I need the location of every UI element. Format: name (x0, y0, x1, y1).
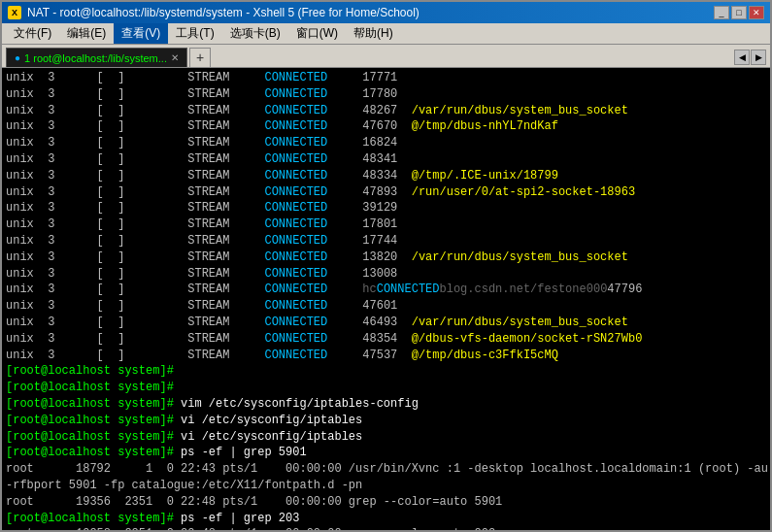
terminal-line: unix 3 [ ] STREAM CONNECTED 46493 /var/r… (6, 315, 766, 331)
terminal-line: unix 3 [ ] STREAM CONNECTED 48334 @/tmp/… (6, 168, 766, 184)
terminal-line: unix 3 [ ] STREAM CONNECTED 16824 (6, 135, 766, 151)
terminal-line: [root@localhost system]# ps -ef | grep 2… (6, 511, 766, 527)
title-bar: X NAT - root@localhost:/lib/systemd/syst… (2, 2, 770, 23)
terminal-line: [root@localhost system]# (6, 380, 766, 396)
active-tab[interactable]: ● 1 root@localhost:/lib/system... ✕ (6, 48, 187, 67)
main-window: X NAT - root@localhost:/lib/systemd/syst… (0, 0, 772, 532)
menu-tools[interactable]: 工具(T) (168, 23, 221, 44)
terminal-line: unix 3 [ ] STREAM CONNECTED 47537 @/tmp/… (6, 348, 766, 364)
terminal-line: [root@localhost system]# (6, 363, 766, 380)
title-bar-left: X NAT - root@localhost:/lib/systemd/syst… (8, 6, 420, 19)
terminal-line: unix 3 [ ] STREAM CONNECTED 13008 (6, 266, 766, 283)
terminal[interactable]: unix 3 [ ] STREAM CONNECTED 17771 unix 3… (2, 68, 770, 530)
terminal-line: [root@localhost system]# vi /etc/sysconf… (6, 413, 766, 429)
minimize-button[interactable]: _ (714, 6, 729, 19)
terminal-line: unix 3 [ ] STREAM CONNECTED 17780 (6, 86, 766, 103)
window-title: NAT - root@localhost:/lib/systemd/system… (27, 6, 420, 19)
maximize-button[interactable]: □ (731, 6, 747, 19)
tab-prev-button[interactable]: ◀ (734, 50, 750, 65)
new-tab-button[interactable]: + (189, 48, 211, 67)
terminal-line: unix 3 [ ] STREAM CONNECTED 48267 /var/r… (6, 103, 766, 119)
menu-view[interactable]: 查看(V) (114, 23, 168, 44)
menu-file[interactable]: 文件(F) (6, 23, 59, 44)
terminal-line: unix 3 [ ] STREAM CONNECTED 17771 (6, 70, 766, 86)
close-button[interactable]: ✕ (749, 6, 764, 19)
terminal-line: unix 3 [ ] STREAM CONNECTED 13820 /var/r… (6, 249, 766, 266)
tab-status-dot: ● (15, 52, 20, 63)
app-icon: X (8, 6, 21, 19)
terminal-line: unix 3 [ ] STREAM CONNECTED 48354 @/dbus… (6, 331, 766, 348)
tab-label: 1 root@localhost:/lib/system... (24, 52, 167, 64)
menu-bar: 文件(F) 编辑(E) 查看(V) 工具(T) 选项卡(B) 窗口(W) 帮助(… (2, 23, 770, 45)
terminal-line: root 18792 1 0 22:43 pts/1 00:00:00 /usr… (6, 461, 766, 478)
menu-help[interactable]: 帮助(H) (346, 23, 401, 44)
terminal-line: root 19358 2351 0 22:48 pts/1 00:00:00 g… (6, 526, 766, 530)
tab-close-icon[interactable]: ✕ (171, 52, 179, 63)
terminal-line: unix 3 [ ] STREAM CONNECTED 47670 @/tmp/… (6, 118, 766, 135)
terminal-line: root 19356 2351 0 22:48 pts/1 00:00:00 g… (6, 494, 766, 511)
terminal-line: unix 3 [ ] STREAM CONNECTED 17801 (6, 216, 766, 233)
terminal-line: [root@localhost system]# ps -ef | grep 5… (6, 445, 766, 461)
terminal-line: [root@localhost system]# vim /etc/syscon… (6, 396, 766, 413)
terminal-line: unix 3 [ ] STREAM CONNECTED 39129 (6, 200, 766, 216)
window-controls: _ □ ✕ (714, 6, 764, 19)
terminal-line: unix 3 [ ] STREAM CONNECTED 17744 (6, 233, 766, 249)
tab-bar-left: ● 1 root@localhost:/lib/system... ✕ + (2, 48, 730, 67)
terminal-line: unix 3 [ ] STREAM CONNECTED 47601 (6, 298, 766, 315)
terminal-line: unix 3 [ ] STREAM CONNECTED 48341 (6, 151, 766, 168)
terminal-line: unix 3 [ ] STREAM CONNECTED 47893 /run/u… (6, 184, 766, 201)
menu-window[interactable]: 窗口(W) (288, 23, 346, 44)
terminal-line: -rfbport 5901 -fp catalogue:/etc/X11/fon… (6, 478, 766, 494)
terminal-line: unix 3 [ ] STREAM CONNECTED hcCONNECTEDb… (6, 282, 766, 298)
terminal-line: [root@localhost system]# vi /etc/sysconf… (6, 429, 766, 446)
menu-tabs[interactable]: 选项卡(B) (222, 23, 288, 44)
tab-bar: ● 1 root@localhost:/lib/system... ✕ + ◀ … (2, 45, 770, 68)
menu-edit[interactable]: 编辑(E) (59, 23, 114, 44)
tab-navigation: ◀ ▶ (730, 48, 770, 67)
tab-next-button[interactable]: ▶ (751, 50, 766, 65)
